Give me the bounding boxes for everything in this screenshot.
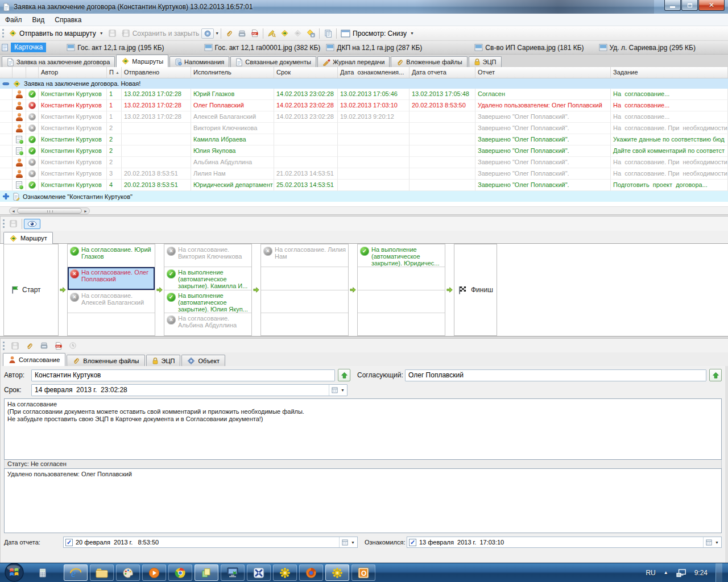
table-row[interactable]: ✓Константин Куртуков2Камилла ИбраеваЗаве… — [0, 134, 728, 146]
taskbar-app-chrome[interactable] — [168, 564, 192, 581]
route-save-button[interactable] — [304, 28, 317, 39]
maximize-button[interactable] — [681, 0, 698, 11]
pdf-button[interactable]: PDF — [249, 28, 261, 39]
save-button[interactable] — [9, 340, 22, 351]
route-back-button[interactable] — [291, 28, 304, 39]
expand-icon[interactable] — [2, 193, 10, 200]
column-header[interactable]: Отчет — [475, 67, 611, 78]
taskbar-app-firefox[interactable] — [299, 564, 323, 581]
chevron-down-icon[interactable]: ▼ — [215, 31, 219, 35]
author-open-button[interactable] — [338, 369, 350, 381]
pdf-button[interactable]: PDF — [52, 340, 65, 351]
save-close-button[interactable]: Сохранить и закрыть — [119, 28, 201, 39]
taskbar-app-calculator[interactable] — [31, 564, 55, 581]
route-node[interactable]: ×На согласование. Олег Поплавский — [68, 267, 155, 290]
table-row[interactable]: ✓Константин Куртуков113.02.2013 17:02:28… — [0, 89, 728, 100]
attach-button[interactable] — [223, 28, 235, 39]
author-field[interactable]: Константин Куртуков — [31, 369, 335, 381]
route-node[interactable]: ✓На выполнение (автоматическое закрытие)… — [164, 290, 251, 313]
table-row[interactable]: ×Константин Куртуков113.02.2013 17:02:28… — [0, 100, 728, 111]
bottom-tab-0[interactable]: Согласование — [3, 353, 65, 366]
sign-button[interactable] — [265, 28, 278, 39]
route-node[interactable]: ×На согласование. Лилия Нам — [261, 244, 348, 267]
horizontal-scrollbar[interactable]: ◄ ► — [0, 206, 728, 214]
route-node[interactable] — [68, 313, 155, 335]
tab-0[interactable]: Заявка на заключение договора — [2, 56, 115, 67]
approver-open-button[interactable] — [709, 369, 722, 381]
table-row[interactable]: ✓Константин Куртуков2Юлия ЯкуповаЗаверше… — [0, 146, 728, 157]
column-header[interactable]: Дата ознакомления... — [338, 67, 410, 78]
column-header-blank[interactable] — [13, 67, 26, 78]
scroll-left-icon[interactable]: ◄ — [10, 209, 17, 213]
collapse-icon[interactable] — [2, 80, 10, 88]
column-header[interactable]: Задание — [611, 67, 728, 78]
route-node[interactable] — [261, 267, 348, 290]
report-date-field[interactable]: 20 февраля 2013 г. 8:53:50 ▼ — [63, 537, 358, 548]
taskbar-app-remote-desktop[interactable] — [221, 564, 245, 581]
taskbar-app-paint[interactable] — [116, 564, 140, 581]
table-row[interactable]: ✓Константин Куртуков420.02.2013 8:53:51Ю… — [0, 180, 728, 191]
column-header-blank[interactable] — [26, 67, 39, 78]
tab-5[interactable]: Вложенные файлы — [391, 56, 467, 67]
tab-4[interactable]: Журнал передачи — [317, 56, 390, 67]
bottom-tab-1[interactable]: Вложенные файлы — [67, 355, 144, 366]
column-header[interactable]: Срок — [274, 67, 338, 78]
column-header[interactable]: Отправлено — [122, 67, 191, 78]
actions-dropdown[interactable] — [201, 28, 214, 39]
attachment-file[interactable]: Св-во ИП Сариева.jpg (181 КБ) — [474, 44, 584, 52]
route-forward-button[interactable] — [278, 28, 291, 39]
tab-route[interactable]: Маршрут — [3, 232, 53, 244]
task-comment-box[interactable]: На согласование (При согласовании докуме… — [4, 398, 722, 460]
report-date-checkbox[interactable] — [65, 539, 73, 546]
tab-6[interactable]: ЭЦП — [469, 56, 502, 67]
group-row-bottom[interactable]: Ознакомление "Константин Куртуков" — [0, 191, 728, 202]
close-button[interactable]: ✕ — [698, 0, 725, 11]
table-row[interactable]: ×Константин Куртуков320.02.2013 8:53:51Л… — [0, 168, 728, 180]
route-node[interactable]: ✓На согласование. Юрий Глазков — [68, 244, 155, 267]
toolbar-grip[interactable] — [2, 29, 4, 38]
route-node[interactable]: ✓На выполнение (автоматическое закрытие)… — [358, 244, 445, 267]
tray-expand-icon[interactable]: ▲ — [664, 570, 668, 575]
taskbar-app-internet-explorer[interactable]: e — [64, 564, 88, 581]
network-icon[interactable] — [676, 568, 686, 577]
result-comment-box[interactable]: Удалено пользователем: Олег Поплавский — [4, 468, 722, 533]
toolbar-grip[interactable] — [3, 342, 5, 350]
route-node[interactable] — [261, 290, 348, 313]
language-indicator[interactable]: RU — [646, 569, 655, 577]
route-node[interactable]: ×На согласование. Альбина Абдуллина — [164, 313, 251, 335]
scan-button[interactable] — [38, 340, 51, 351]
taskbar-app-media-player[interactable] — [142, 564, 166, 581]
route-view-button[interactable] — [24, 219, 40, 229]
approver-field[interactable]: Олег Поплавский — [405, 369, 706, 381]
route-node[interactable]: ✓На выполнение (автоматическое закрытие)… — [164, 267, 251, 290]
table-row[interactable]: ×Константин Куртуков2Виктория Ключникова… — [0, 123, 728, 134]
calendar-button[interactable]: ▼ — [703, 537, 721, 547]
route-node[interactable] — [358, 313, 445, 335]
show-desktop-button[interactable] — [715, 563, 722, 582]
taskbar-app-settings-gear[interactable] — [273, 564, 297, 581]
attachment-file[interactable]: ДКП на 12,1 га.jpg (287 КБ) — [326, 44, 422, 52]
bottom-tab-2[interactable]: ЭЦП — [146, 355, 181, 366]
tab-1[interactable]: Маршруты — [116, 55, 168, 67]
menu-item-1[interactable]: Вид — [27, 15, 50, 25]
view-mode-button[interactable]: Просмотр: Снизу▼ — [338, 28, 416, 39]
titlebar[interactable]: Заявка на заключение договора (Константи… — [0, 0, 728, 14]
attachment-file[interactable]: Уд. л. Сариева.jpg (295 КБ) — [599, 44, 696, 52]
taskbar-app-antivirus[interactable] — [247, 564, 271, 581]
route-node[interactable] — [261, 313, 348, 335]
group-row-top[interactable]: Заявка на заключение договора. Новая! — [0, 78, 728, 89]
route-node[interactable] — [358, 290, 445, 313]
column-header[interactable]: П▲ — [107, 67, 122, 78]
attachment-file[interactable]: Гос. акт 12,1 га00001.jpg (382 КБ) — [204, 44, 321, 52]
column-header-blank[interactable] — [0, 67, 13, 78]
menu-item-0[interactable]: Файл — [0, 15, 27, 25]
attachment-file[interactable]: Гос. акт 12,1 га.jpg (195 КБ) — [67, 44, 164, 52]
menu-item-2[interactable]: Справка — [49, 15, 86, 25]
tab-3[interactable]: Связанные документы — [230, 56, 316, 67]
calendar-button[interactable]: ▼ — [329, 385, 347, 396]
column-header[interactable]: Исполнитель — [191, 67, 274, 78]
card-tab[interactable]: Карточка — [1, 43, 46, 52]
attach-button[interactable] — [23, 340, 36, 351]
toolbar-grip[interactable] — [3, 219, 5, 228]
column-header[interactable]: Автор — [39, 67, 107, 78]
